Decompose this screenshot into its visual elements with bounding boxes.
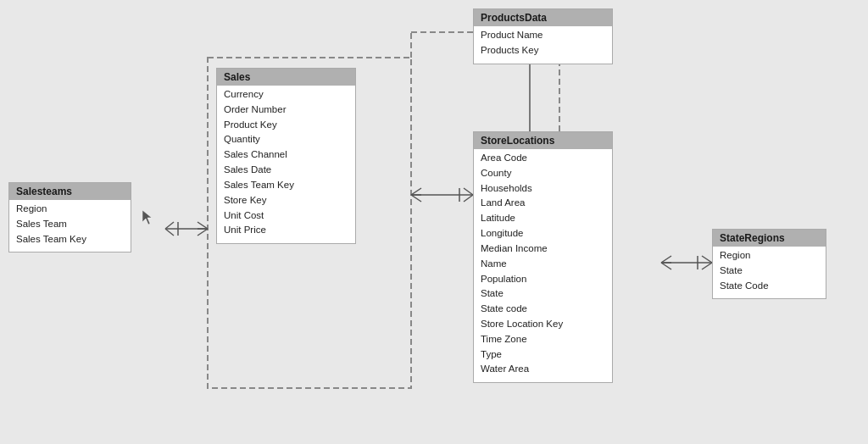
many-s-3 (198, 229, 208, 236)
field-name: Name (481, 257, 605, 272)
one-store-2 (464, 195, 473, 202)
svg-marker-0 (142, 210, 152, 225)
one-sr-1 (702, 256, 712, 263)
field-sales-team-key: Sales Team Key (16, 232, 124, 247)
table-storelocations: StoreLocations Area Code County Househol… (473, 131, 613, 383)
stateregions-body: Region State State Code (713, 247, 826, 298)
table-productsdata: ProductsData Product Name Products Key (473, 8, 613, 64)
field-land-area: Land Area (481, 196, 605, 211)
field-sales-team-key-s: Sales Team Key (224, 178, 348, 193)
stateregions-header: StateRegions (713, 230, 826, 247)
productsdata-body: Product Name Products Key (474, 26, 612, 64)
field-sr-state: State (720, 264, 819, 279)
field-products-key: Products Key (481, 43, 605, 58)
table-sales: Sales Currency Order Number Product Key … (216, 68, 356, 244)
one-st-2 (165, 229, 174, 236)
many-sl-1 (661, 256, 671, 263)
diagram-canvas: Salesteams Region Sales Team Sales Team … (0, 0, 868, 444)
one-st-1 (165, 222, 174, 229)
field-county: County (481, 166, 605, 181)
storelocations-body: Area Code County Households Land Area La… (474, 149, 612, 382)
storelocations-header: StoreLocations (474, 132, 612, 149)
field-product-key: Product Key (224, 118, 348, 133)
salesteams-header: Salesteams (9, 183, 131, 200)
table-stateregions: StateRegions Region State State Code (712, 229, 826, 299)
field-unit-cost: Unit Cost (224, 208, 348, 224)
field-type: Type (481, 347, 605, 363)
salesteams-body: Region Sales Team Sales Team Key (9, 200, 131, 252)
one-sr-2 (702, 263, 712, 269)
field-time-zone: Time Zone (481, 332, 605, 347)
field-order-number: Order Number (224, 103, 348, 118)
field-sales-date: Sales Date (224, 163, 348, 178)
productsdata-header: ProductsData (474, 9, 612, 26)
field-households: Households (481, 181, 605, 197)
many-sales-1 (411, 188, 421, 195)
field-area-code: Area Code (481, 151, 605, 166)
field-population: Population (481, 272, 605, 287)
many-s-1 (198, 222, 208, 229)
field-product-name: Product Name (481, 28, 605, 43)
field-region: Region (16, 202, 124, 217)
field-state: State (481, 286, 605, 302)
field-water-area: Water Area (481, 362, 605, 377)
field-store-key: Store Key (224, 193, 348, 208)
field-longitude: Longitude (481, 226, 605, 241)
field-store-location-key: Store Location Key (481, 317, 605, 332)
field-latitude: Latitude (481, 211, 605, 226)
field-currency: Currency (224, 87, 348, 103)
field-unit-price: Unit Price (224, 223, 348, 238)
field-sr-state-code: State Code (720, 279, 819, 294)
field-sr-region: Region (720, 248, 819, 264)
sales-body: Currency Order Number Product Key Quanti… (217, 86, 355, 243)
cursor-icon (142, 210, 154, 225)
field-median-income: Median Income (481, 241, 605, 257)
field-sales-channel: Sales Channel (224, 147, 348, 163)
field-state-code: State code (481, 302, 605, 317)
field-sales-team: Sales Team (16, 217, 124, 232)
many-sl-3 (661, 263, 671, 269)
one-store-1 (464, 188, 473, 195)
table-salesteams: Salesteams Region Sales Team Sales Team … (8, 182, 131, 253)
many-sales-3 (411, 195, 421, 202)
field-quantity: Quantity (224, 132, 348, 147)
sales-header: Sales (217, 69, 355, 86)
